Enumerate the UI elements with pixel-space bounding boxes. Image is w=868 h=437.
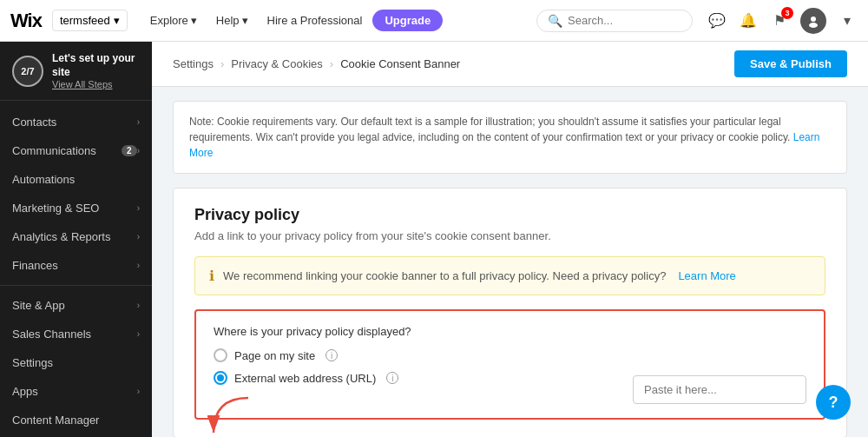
breadcrumb-settings[interactable]: Settings: [173, 57, 214, 70]
radio-circle-url: [214, 371, 227, 385]
nav-links: Explore ▾ Help ▾ Hire a Professional Upg…: [141, 9, 443, 32]
sidebar-item-apps[interactable]: Apps ›: [0, 377, 152, 406]
chevron-right-icon: ›: [137, 387, 140, 396]
breadcrumb-current: Cookie Consent Banner: [340, 57, 460, 70]
url-input-area: [633, 325, 806, 404]
upgrade-button[interactable]: Upgrade: [372, 10, 443, 31]
info-text: We recommend linking your cookie banner …: [223, 269, 666, 282]
info-icon: ℹ: [209, 268, 214, 284]
chevron-right-icon: ›: [137, 301, 140, 310]
radio-circle-page: [214, 348, 227, 362]
avatar[interactable]: [800, 8, 826, 34]
sidebar-item-sales[interactable]: Sales Channels ›: [0, 320, 152, 348]
privacy-desc: Add a link to your privacy policy from y…: [194, 229, 825, 242]
chevron-right-icon: ›: [137, 261, 140, 270]
site-name-button[interactable]: termsfeed ▾: [52, 10, 128, 31]
expand-icon[interactable]: ▾: [837, 10, 858, 31]
svg-point-1: [809, 23, 818, 28]
chevron-right-icon: ›: [137, 232, 140, 242]
sidebar-item-automations[interactable]: Automations: [0, 165, 152, 194]
sidebar-item-contacts[interactable]: Contacts ›: [0, 108, 152, 136]
policy-question: Where is your privacy policy displayed?: [214, 325, 612, 338]
red-arrow-icon: [196, 394, 266, 437]
help-link[interactable]: Help ▾: [207, 9, 257, 32]
save-publish-button[interactable]: Save & Publish: [734, 50, 847, 77]
notification-badge: 3: [781, 7, 793, 19]
breadcrumb-separator: ›: [330, 57, 333, 70]
svg-point-0: [811, 17, 816, 22]
search-input[interactable]: [568, 14, 681, 27]
sidebar-item-finances[interactable]: Finances ›: [0, 251, 152, 280]
url-input[interactable]: [633, 375, 806, 404]
note-box: Note: Cookie requirements vary. Our defa…: [173, 101, 847, 174]
privacy-section: Privacy policy Add a link to your privac…: [173, 188, 847, 437]
breadcrumb: Settings › Privacy & Cookies › Cookie Co…: [173, 57, 460, 70]
content-area: Note: Cookie requirements vary. Our defa…: [152, 101, 868, 437]
sidebar-item-communications[interactable]: Communications 2 ›: [0, 136, 152, 165]
info-circle-url[interactable]: i: [386, 372, 398, 384]
note-text: Note: Cookie requirements vary. Our defa…: [189, 116, 790, 143]
chevron-down-icon: ▾: [191, 14, 197, 27]
notifications-icon[interactable]: ⚑ 3: [769, 10, 790, 31]
chevron-right-icon: ›: [137, 117, 140, 127]
policy-options-area: Where is your privacy policy displayed? …: [214, 325, 612, 385]
view-all-steps-link[interactable]: View All Steps: [52, 79, 140, 89]
chat-icon[interactable]: 💬: [707, 10, 727, 31]
help-bubble[interactable]: ?: [816, 385, 851, 420]
policy-box: Where is your privacy policy displayed? …: [194, 309, 825, 420]
sidebar-item-analytics[interactable]: Analytics & Reports ›: [0, 222, 152, 251]
nav-icons: 💬 🔔 ⚑ 3 ▾: [707, 8, 858, 34]
search-icon: 🔍: [548, 14, 562, 28]
info-learn-more-link[interactable]: Learn More: [678, 269, 735, 282]
radio-page-on-site[interactable]: Page on my site i: [214, 348, 612, 362]
sidebar-divider: [0, 285, 152, 286]
sidebar-item-settings[interactable]: Settings: [0, 348, 152, 377]
privacy-title: Privacy policy: [194, 206, 825, 224]
radio-label-page: Page on my site: [234, 349, 315, 362]
breadcrumb-separator: ›: [220, 57, 224, 70]
chevron-right-icon: ›: [137, 146, 140, 156]
info-box: ℹ We recommend linking your cookie banne…: [194, 256, 825, 295]
setup-title: Let's set up your site: [52, 52, 140, 79]
bell-icon[interactable]: 🔔: [738, 10, 759, 31]
setup-progress-circle: 2/7: [12, 56, 43, 87]
main-content: Settings › Privacy & Cookies › Cookie Co…: [152, 42, 868, 437]
sidebar: 2/7 Let's set up your site View All Step…: [0, 42, 152, 437]
sidebar-item-marketing[interactable]: Marketing & SEO ›: [0, 194, 152, 222]
breadcrumb-privacy[interactable]: Privacy & Cookies: [231, 57, 322, 70]
chevron-right-icon: ›: [137, 203, 140, 213]
top-navigation: Wix termsfeed ▾ Explore ▾ Help ▾ Hire a …: [0, 0, 868, 42]
radio-label-url: External web address (URL): [234, 372, 376, 385]
radio-external-url[interactable]: External web address (URL) i: [214, 371, 612, 385]
chevron-down-icon: ▾: [242, 14, 248, 27]
hire-link[interactable]: Hire a Professional: [259, 9, 372, 32]
site-name-label: termsfeed: [60, 14, 110, 27]
info-circle-page[interactable]: i: [326, 349, 338, 361]
sidebar-item-site-app[interactable]: Site & App ›: [0, 291, 152, 320]
setup-box: 2/7 Let's set up your site View All Step…: [0, 42, 152, 101]
search-box[interactable]: 🔍: [536, 10, 693, 32]
sidebar-item-content[interactable]: Content Manager: [0, 406, 152, 434]
radio-options: Page on my site i External web address (…: [214, 348, 612, 385]
communications-badge: 2: [122, 145, 137, 156]
chevron-right-icon: ›: [137, 329, 140, 339]
breadcrumb-bar: Settings › Privacy & Cookies › Cookie Co…: [152, 42, 868, 87]
chevron-down-icon: ▾: [114, 14, 120, 27]
explore-link[interactable]: Explore ▾: [141, 9, 206, 32]
sidebar-menu: Contacts › Communications 2 › Automation…: [0, 101, 152, 437]
wix-logo: Wix: [10, 10, 42, 32]
